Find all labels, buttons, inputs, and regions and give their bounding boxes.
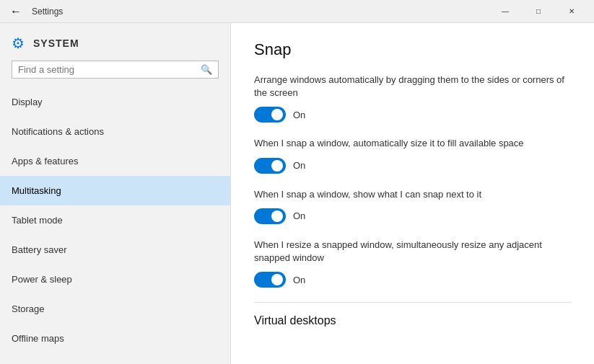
titlebar-controls: — □ ✕: [489, 0, 588, 23]
snap-setting-3: When I snap a window, show what I can sn…: [254, 188, 571, 224]
minimize-icon: —: [502, 7, 509, 15]
app-container: ⚙ SYSTEM 🔍 DisplayNotifications & action…: [0, 23, 594, 364]
back-button[interactable]: ←: [6, 1, 26, 22]
toggle-1[interactable]: [254, 107, 286, 123]
toggle-row-2: On: [254, 158, 571, 174]
section-divider: [254, 302, 571, 303]
toggle-row-1: On: [254, 107, 571, 123]
titlebar-left: ← Settings: [6, 1, 63, 22]
maximize-button[interactable]: □: [522, 0, 555, 23]
toggle-2[interactable]: [254, 158, 286, 174]
content-area: Snap Arrange windows automatically by dr…: [231, 23, 594, 364]
close-button[interactable]: ✕: [555, 0, 588, 23]
toggle-label-1: On: [293, 110, 305, 120]
snap-desc-1: Arrange windows automatically by draggin…: [254, 74, 571, 99]
search-input[interactable]: [18, 64, 196, 75]
sidebar-item-offline-maps[interactable]: Offline maps: [0, 324, 230, 353]
sidebar-app-title: SYSTEM: [33, 37, 79, 49]
sidebar: ⚙ SYSTEM 🔍 DisplayNotifications & action…: [0, 23, 231, 364]
sidebar-item-tablet-mode[interactable]: Tablet mode: [0, 205, 230, 235]
nav-list: DisplayNotifications & actionsApps & fea…: [0, 87, 230, 353]
search-bar[interactable]: 🔍: [12, 61, 219, 79]
minimize-button[interactable]: —: [489, 0, 522, 23]
sidebar-item-battery-saver[interactable]: Battery saver: [0, 235, 230, 265]
snap-setting-2: When I snap a window, automatically size…: [254, 137, 571, 173]
back-icon: ←: [10, 5, 22, 18]
sidebar-header: ⚙ SYSTEM: [0, 23, 230, 61]
titlebar-title: Settings: [32, 6, 63, 17]
sidebar-item-notifications---actions[interactable]: Notifications & actions: [0, 117, 230, 146]
snap-setting-1: Arrange windows automatically by draggin…: [254, 74, 571, 123]
toggle-3[interactable]: [254, 208, 286, 224]
snap-desc-4: When I resize a snapped window, simultan…: [254, 239, 571, 265]
snap-setting-4: When I resize a snapped window, simultan…: [254, 239, 571, 288]
search-icon: 🔍: [201, 64, 212, 75]
gear-icon: ⚙: [12, 35, 25, 52]
toggle-label-4: On: [293, 275, 305, 285]
snap-desc-3: When I snap a window, show what I can sn…: [254, 188, 571, 201]
sidebar-item-storage[interactable]: Storage: [0, 294, 230, 324]
close-icon: ✕: [569, 7, 575, 15]
toggle-4[interactable]: [254, 272, 286, 288]
sidebar-item-apps---features[interactable]: Apps & features: [0, 146, 230, 176]
sidebar-item-multitasking[interactable]: Multitasking: [0, 176, 230, 205]
maximize-icon: □: [536, 7, 541, 15]
sidebar-item-display[interactable]: Display: [0, 87, 230, 117]
toggle-label-3: On: [293, 210, 305, 221]
virtual-desktops-title: Virtual desktops: [254, 314, 571, 327]
toggle-label-2: On: [293, 160, 305, 171]
sidebar-item-power---sleep[interactable]: Power & sleep: [0, 265, 230, 294]
toggle-row-3: On: [254, 208, 571, 224]
snap-desc-2: When I snap a window, automatically size…: [254, 137, 571, 150]
titlebar: ← Settings — □ ✕: [0, 0, 594, 23]
toggle-row-4: On: [254, 272, 571, 288]
page-title: Snap: [254, 40, 571, 59]
